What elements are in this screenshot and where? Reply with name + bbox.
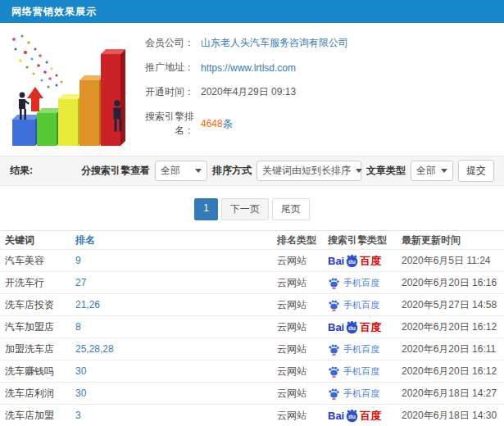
filter-controls: 分搜索引擎查看 全部 排序方式 关键词由短到长排序 文章类型 全部 提交 [81, 160, 494, 182]
engine-filter-select[interactable]: 全部 [155, 161, 207, 181]
keyword-cell: 汽车加盟店 [0, 320, 75, 334]
rank-type-cell: 云网站 [277, 320, 328, 334]
top-section: 会员公司： 山东老人头汽车服务咨询有限公司 推广地址： https://www.… [0, 23, 504, 154]
rank-link[interactable]: 8 [75, 321, 277, 333]
baidu-logo: Baidu百度 [328, 254, 381, 268]
rank-link[interactable]: 30 [75, 387, 277, 399]
engine-type-cell: 手机百度 [328, 387, 402, 400]
header-rank: 排名 [75, 233, 277, 247]
sort-filter-label: 排序方式 [212, 164, 252, 178]
caret-down-icon [195, 169, 202, 173]
table-row: 洗车赚钱吗30云网站手机百度2020年6月20日 16:12 [0, 360, 504, 383]
engine-type-cell: Baidu百度 [328, 254, 402, 268]
baidu-logo: Baidu百度 [328, 409, 381, 423]
keyword-cell: 洗车店利润 [0, 387, 75, 401]
rank-link[interactable]: 25,28,28 [75, 343, 277, 355]
promo-url-link[interactable]: https://www.lrtlsd.com [201, 62, 296, 74]
keyword-cell: 洗车店加盟 [0, 409, 75, 423]
table-row: 汽车美容9云网站Baidu百度2020年6月5日 11:24 [0, 250, 504, 272]
engine-type-cell: 手机百度 [328, 343, 402, 356]
baidu-paw-icon: du [345, 409, 359, 423]
updated-time-cell: 2020年6月20日 16:11 [402, 342, 504, 356]
table-row: 加盟洗车店25,28,28云网站手机百度2020年6月20日 16:11 [0, 338, 504, 360]
page-button-next[interactable]: 下一页 [221, 198, 269, 220]
updated-time-cell: 2020年6月20日 16:12 [402, 320, 504, 334]
mobile-baidu-badge: 手机百度 [328, 387, 379, 400]
header-rank-type: 排名类型 [277, 233, 328, 247]
svg-text:du: du [348, 412, 356, 419]
rank-type-cell: 云网站 [277, 409, 328, 423]
rank-type-cell: 云网站 [277, 254, 328, 268]
mobile-baidu-paw-icon [328, 387, 340, 400]
page-button-last[interactable]: 尾页 [272, 198, 310, 220]
rank-type-cell: 云网站 [277, 387, 328, 401]
engine-type-cell: 手机百度 [328, 299, 402, 311]
rank-link[interactable]: 9 [75, 255, 277, 266]
table-body: 汽车美容9云网站Baidu百度2020年6月5日 11:24开洗车行27云网站手… [0, 250, 504, 426]
keyword-cell: 洗车赚钱吗 [0, 365, 75, 378]
mobile-baidu-paw-icon [328, 299, 340, 311]
table-row: 洗车店利润30云网站手机百度2020年6月18日 14:27 [0, 383, 504, 405]
company-link[interactable]: 山东老人头汽车服务咨询有限公司 [201, 36, 348, 50]
rank-count-number: 4648 [201, 118, 223, 129]
keyword-cell: 洗车店投资 [0, 298, 75, 312]
mobile-baidu-badge: 手机百度 [328, 343, 379, 356]
page-button-current[interactable]: 1 [194, 198, 218, 220]
svg-text:du: du [348, 324, 356, 331]
open-time-value: 2020年4月29日 09:13 [201, 85, 296, 99]
ranking-table: 关键词 排名 排名类型 搜索引擎类型 最新更新时间 汽车美容9云网站Baidu百… [0, 230, 504, 426]
table-row: 开洗车行27云网站手机百度2020年6月20日 16:16 [0, 272, 504, 294]
table-row: 洗车店加盟3云网站Baidu百度2020年6月18日 14:30 [0, 405, 504, 426]
bar-chart-illustration [4, 29, 127, 152]
rank-type-cell: 云网站 [277, 342, 328, 356]
svg-text:du: du [348, 257, 356, 265]
sort-filter-value: 关键词由短到长排序 [262, 164, 351, 178]
submit-button[interactable]: 提交 [458, 160, 494, 182]
engine-filter-label: 分搜索引擎查看 [81, 164, 150, 178]
updated-time-cell: 2020年6月5日 11:24 [402, 254, 504, 268]
rank-link[interactable]: 3 [75, 410, 277, 421]
article-type-label: 文章类型 [366, 164, 406, 178]
company-label: 会员公司： [127, 36, 194, 50]
keyword-cell: 汽车美容 [0, 254, 75, 268]
engine-type-cell: 手机百度 [328, 365, 402, 378]
article-type-value: 全部 [416, 164, 436, 178]
engine-type-cell: 手机百度 [328, 277, 402, 289]
table-row: 汽车加盟店8云网站Baidu百度2020年6月20日 16:12 [0, 316, 504, 338]
engine-type-cell: Baidu百度 [328, 320, 402, 334]
header-keyword: 关键词 [0, 233, 75, 247]
mobile-baidu-paw-icon [328, 277, 340, 289]
mobile-baidu-badge: 手机百度 [328, 299, 379, 311]
rank-type-cell: 云网站 [277, 276, 328, 290]
mobile-baidu-paw-icon [328, 365, 340, 378]
keyword-cell: 开洗车行 [0, 276, 75, 290]
rank-link[interactable]: 27 [75, 277, 277, 288]
info-row-open-time: 开通时间： 2020年4月29日 09:13 [127, 85, 348, 99]
updated-time-cell: 2020年5月27日 14:58 [402, 298, 504, 312]
sort-filter-select[interactable]: 关键词由短到长排序 [257, 161, 361, 181]
promo-url-label: 推广地址： [127, 61, 194, 75]
keyword-cell: 加盟洗车店 [0, 342, 75, 356]
caret-down-icon [356, 169, 362, 173]
info-row-url: 推广地址： https://www.lrtlsd.com [127, 61, 348, 75]
info-row-company: 会员公司： 山东老人头汽车服务咨询有限公司 [127, 36, 348, 50]
article-type-select[interactable]: 全部 [411, 161, 453, 181]
baidu-logo: Baidu百度 [328, 320, 381, 334]
table-header-row: 关键词 排名 排名类型 搜索引擎类型 最新更新时间 [0, 230, 504, 250]
header-engine-type: 搜索引擎类型 [328, 233, 402, 247]
page-title: 网络营销效果展示 [11, 5, 97, 19]
engine-type-cell: Baidu百度 [328, 409, 402, 423]
baidu-paw-icon: du [345, 254, 359, 268]
filter-bar: 结果: 分搜索引擎查看 全部 排序方式 关键词由短到长排序 文章类型 全部 提交 [0, 156, 504, 186]
engine-filter-value: 全部 [161, 164, 180, 178]
rank-link[interactable]: 21,26 [75, 299, 277, 310]
baidu-paw-icon: du [345, 320, 359, 334]
open-time-label: 开通时间： [127, 85, 194, 99]
member-info-panel: 会员公司： 山东老人头汽车服务咨询有限公司 推广地址： https://www.… [127, 29, 348, 154]
table-row: 洗车店投资21,26云网站手机百度2020年5月27日 14:58 [0, 294, 504, 316]
rank-count-suffix: 条 [223, 118, 233, 129]
result-label: 结果: [10, 164, 33, 178]
header-updated: 最新更新时间 [402, 233, 504, 247]
rank-link[interactable]: 30 [75, 365, 277, 377]
mobile-baidu-paw-icon [328, 343, 340, 356]
